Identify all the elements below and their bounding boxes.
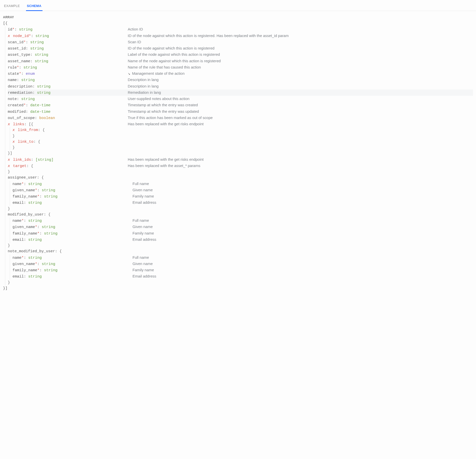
- field-given-name[interactable]: given_name*: stringGiven name: [12, 261, 473, 267]
- field-desc: Label of the node against which this act…: [128, 52, 220, 57]
- field-type: string: [42, 188, 55, 192]
- field-type: boolean: [39, 116, 55, 120]
- field-family-name[interactable]: family_name*: stringFamily name: [12, 230, 473, 236]
- open-brace: {: [48, 212, 50, 217]
- required-marker: *: [29, 34, 31, 38]
- field-name: name: [12, 256, 22, 260]
- field-name: link_from: [18, 128, 38, 132]
- required-marker: *: [12, 28, 14, 32]
- field-family-name[interactable]: family_name*: stringFamily name: [12, 193, 473, 200]
- field-desc: User-supplied notes about this action: [128, 96, 190, 102]
- field-name: target: [13, 164, 26, 168]
- required-marker: *: [22, 219, 24, 223]
- field-email[interactable]: email: stringEmail address: [12, 273, 473, 280]
- field-name: link_ids: [13, 158, 31, 162]
- field-assignee-user[interactable]: assignee_user: {: [8, 175, 473, 180]
- field-description[interactable]: description: stringDescription in lang: [8, 83, 473, 90]
- expand-icon[interactable]: ↘: [128, 72, 130, 76]
- field-type: string: [19, 28, 32, 32]
- field-desc: Scan ID: [128, 39, 141, 45]
- field-links[interactable]: x links: [{ Has been replaced with the g…: [8, 121, 473, 127]
- field-desc: Family name: [132, 230, 154, 236]
- field-modified-by-user[interactable]: modified_by_user: {: [8, 212, 473, 218]
- field-desc: Has been replaced with the get risks end…: [128, 121, 204, 127]
- field-type: string: [28, 238, 42, 242]
- tab-schema[interactable]: SCHEMA: [26, 2, 42, 11]
- deprecated-icon: x: [8, 164, 10, 168]
- field-type: string: [44, 268, 58, 272]
- open-brace: {: [31, 164, 33, 168]
- field-type: string: [28, 182, 42, 186]
- field-node-id[interactable]: x node_id*: stringID of the node against…: [8, 33, 473, 39]
- field-name: family_name: [12, 268, 37, 272]
- field-name: name: [8, 78, 17, 82]
- field-email[interactable]: email: stringEmail address: [12, 200, 473, 206]
- field-desc: Timestamp at which the entry was created: [128, 102, 198, 108]
- required-marker: *: [37, 268, 40, 272]
- field-desc: Remediation in lang: [128, 90, 161, 95]
- field-given-name[interactable]: given_name*: stringGiven name: [12, 187, 473, 193]
- required-marker: *: [24, 103, 26, 108]
- field-family-name[interactable]: family_name*: stringFamily name: [12, 267, 473, 273]
- field-name: given_name: [12, 225, 35, 229]
- field-target[interactable]: x target: { Has been replaced with the a…: [8, 163, 473, 169]
- field-name: out_of_scope: [8, 116, 35, 120]
- field-type: string: [35, 53, 48, 57]
- field-name: node_id: [13, 34, 29, 38]
- field-given-name[interactable]: given_name*: stringGiven name: [12, 224, 473, 230]
- field-name: asset_id: [8, 46, 26, 51]
- field-link-to[interactable]: x link_to: {: [12, 139, 473, 145]
- field-name: given_name: [12, 262, 35, 266]
- top-fields: id*: stringAction IDx node_id*: stringID…: [5, 26, 473, 121]
- field-link-ids[interactable]: x link_ids: [string] Has been replaced w…: [8, 156, 473, 163]
- field-name[interactable]: name*: stringFull name: [12, 254, 473, 261]
- field-desc: Name of the node against which this acti…: [128, 58, 221, 64]
- field-name: created: [8, 103, 24, 108]
- field-id[interactable]: id*: stringAction ID: [8, 26, 473, 32]
- field-desc: True if this action has been marked as o…: [128, 115, 213, 120]
- field-name: name: [12, 219, 22, 223]
- field-name: links: [13, 122, 24, 126]
- required-marker: *: [22, 182, 24, 186]
- open-brace: {: [60, 249, 62, 254]
- field-type: string: [42, 225, 55, 229]
- field-desc: Family name: [132, 193, 154, 199]
- field-desc: Given name: [132, 261, 153, 266]
- field-name: modified_by_user: [8, 212, 44, 217]
- field-name: remediation: [8, 91, 32, 95]
- field-name[interactable]: name*: stringFull name: [12, 181, 473, 187]
- field-asset-type[interactable]: asset_type: stringLabel of the node agai…: [8, 52, 473, 58]
- field-modified[interactable]: modified: date-timeTimestamp at which th…: [8, 108, 473, 115]
- field-name: note_modified_by_user: [8, 249, 55, 254]
- field-state[interactable]: state*: enum↘ Management state of the ac…: [8, 70, 473, 77]
- field-desc: Full name: [132, 218, 149, 223]
- field-note-modified-by-user[interactable]: note_modified_by_user: {: [8, 248, 473, 254]
- open-brace: [{: [29, 122, 33, 126]
- field-name[interactable]: name*: stringFull name: [12, 218, 473, 224]
- deprecated-icon: x: [8, 34, 10, 38]
- field-link-from[interactable]: x link_from: {: [12, 127, 473, 133]
- open-brace: {: [42, 176, 44, 180]
- field-out-of-scope[interactable]: out_of_scope: booleanTrue if this action…: [8, 115, 473, 121]
- field-type: string: [21, 78, 35, 82]
- field-name[interactable]: name: stringDescription in lang: [8, 77, 473, 83]
- tab-example[interactable]: EXAMPLE: [3, 2, 21, 11]
- field-asset-id[interactable]: asset_id: stringID of the node against w…: [8, 45, 473, 52]
- field-name: note: [8, 97, 17, 101]
- field-asset-name[interactable]: asset_name: stringName of the node again…: [8, 58, 473, 64]
- field-scan-id[interactable]: scan_id*: stringScan ID: [8, 39, 473, 45]
- close-brace: }: [8, 206, 128, 212]
- field-rule[interactable]: rule*: stringName of the rule that has c…: [8, 64, 473, 70]
- field-email[interactable]: email: stringEmail address: [12, 236, 473, 243]
- field-type: string: [37, 91, 50, 95]
- open-brace: {: [42, 128, 45, 132]
- field-note[interactable]: note: stringUser-supplied notes about th…: [8, 96, 473, 102]
- field-remediation[interactable]: remediation: stringRemediation in lang: [8, 90, 473, 96]
- field-created[interactable]: created*: date-timeTimestamp at which th…: [8, 102, 473, 108]
- schema-body: [{ id*: stringAction IDx node_id*: strin…: [0, 20, 476, 296]
- field-type: date-time: [30, 110, 50, 114]
- field-type: string: [44, 232, 58, 236]
- field-name: rule: [8, 66, 17, 70]
- field-name: email: [12, 238, 24, 242]
- required-marker: *: [37, 232, 40, 236]
